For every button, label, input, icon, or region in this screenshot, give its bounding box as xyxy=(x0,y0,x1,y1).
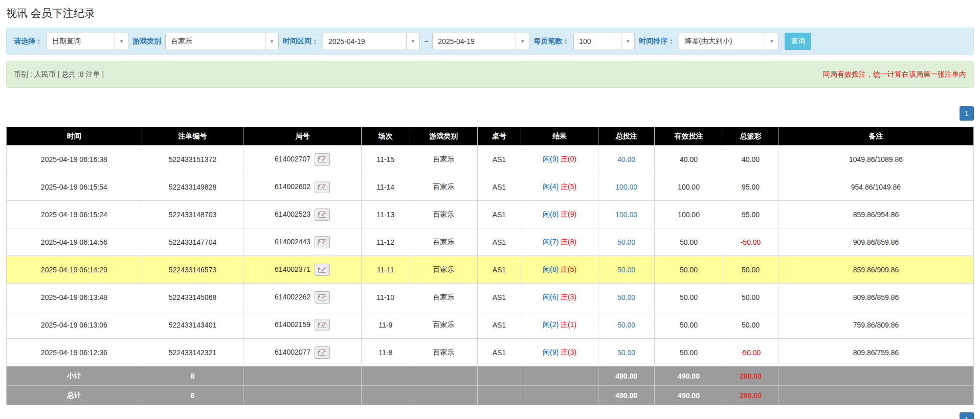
session-cell: 11-13 xyxy=(361,201,410,228)
session-cell: 11-15 xyxy=(361,146,410,173)
payout-cell: 50.00 xyxy=(723,311,778,339)
total-bet-link[interactable]: 100.00 xyxy=(615,211,637,219)
roadmap-button[interactable] xyxy=(315,291,330,304)
total-bet-link[interactable]: 50.00 xyxy=(617,266,635,274)
session-cell: 11-14 xyxy=(361,173,410,201)
pagination-bottom: 1 xyxy=(6,412,974,419)
roadmap-button[interactable] xyxy=(315,153,330,166)
total-bet-link[interactable]: 50.00 xyxy=(617,348,635,357)
player-result: 闲(4) xyxy=(543,182,559,191)
total-bet-cell: 50.00 xyxy=(598,339,655,366)
query-type-select[interactable]: 日期查询 ▼ xyxy=(47,33,128,50)
roadmap-button[interactable] xyxy=(315,181,330,193)
total-bet-cell: 50.00 xyxy=(598,311,655,339)
summary-value-cell xyxy=(361,386,410,405)
roadmap-icon xyxy=(318,322,326,328)
page-size-select[interactable]: 100 ▼ xyxy=(573,33,635,50)
summary-value-cell xyxy=(778,366,973,386)
roadmap-button[interactable] xyxy=(315,236,330,248)
caret-down-icon: ▼ xyxy=(115,33,128,50)
caret-down-icon: ▼ xyxy=(406,33,419,50)
round-number: 614002602 xyxy=(275,182,310,190)
column-header: 场次 xyxy=(361,127,410,146)
page-size-value: 100 xyxy=(579,37,591,45)
roadmap-icon xyxy=(318,294,326,300)
query-type-value: 日期查询 xyxy=(52,37,81,46)
time-cell: 2025-04-19 06:15:24 xyxy=(7,201,142,228)
page-1-button[interactable]: 1 xyxy=(960,412,974,419)
banker-result: 庄(1) xyxy=(561,320,576,329)
records-table: 时间注单编号局号场次游戏类别桌号结果总投注有效投注总派彩备注 2025-04-1… xyxy=(6,127,974,405)
result-cell: 闲(6) 庄(3) xyxy=(521,284,598,311)
roadmap-icon xyxy=(318,212,326,218)
game-category-select[interactable]: 百家乐 ▼ xyxy=(165,33,279,50)
summary-bar: 币别 : 人民币 | 总共 :8 注单 | 同局有效投注，统一计算在该局第一张注… xyxy=(6,61,974,88)
roadmap-button[interactable] xyxy=(315,319,330,331)
table-row: 2025-04-19 06:15:54522433149828614002602… xyxy=(7,173,974,201)
roadmap-button[interactable] xyxy=(315,208,330,221)
summary-value-cell xyxy=(477,386,521,405)
round-cell: 614002262 xyxy=(243,284,362,311)
session-cell: 11-12 xyxy=(361,228,410,256)
time-cell: 2025-04-19 06:14:56 xyxy=(7,228,142,256)
banker-result: 庄(3) xyxy=(561,293,576,301)
total-bet-link[interactable]: 40.00 xyxy=(617,155,635,164)
summary-value-cell xyxy=(521,366,598,386)
payout-cell: 50.00 xyxy=(723,284,778,311)
payout-cell: 40.00 xyxy=(723,146,778,173)
session-cell: 11-8 xyxy=(361,339,410,366)
sort-order-label: 时间排序： xyxy=(639,37,675,46)
time-cell: 2025-04-19 06:14:29 xyxy=(7,256,142,284)
summary-value-cell xyxy=(410,386,477,405)
summary-value-cell xyxy=(243,386,362,405)
round-cell: 614002443 xyxy=(243,228,362,256)
result-cell: 闲(4) 庄(5) xyxy=(521,173,598,201)
total-bet-cell: 100.00 xyxy=(598,201,655,228)
session-cell: 11-10 xyxy=(361,284,410,311)
roadmap-button[interactable] xyxy=(315,264,330,276)
round-cell: 614002371 xyxy=(243,256,362,284)
currency-summary-text: 币别 : 人民币 | 总共 :8 注单 | xyxy=(14,70,104,79)
total-bet-link[interactable]: 100.00 xyxy=(615,183,637,191)
roadmap-icon xyxy=(318,156,326,162)
time-range-label: 时间区间： xyxy=(283,37,319,46)
table-number-cell: AS1 xyxy=(477,146,521,173)
remark-cell: 759.86/809.86 xyxy=(778,311,973,339)
caret-down-icon: ▼ xyxy=(765,33,778,50)
player-result: 闲(6) xyxy=(543,293,559,301)
game-category-cell: 百家乐 xyxy=(410,256,477,284)
page-1-button[interactable]: 1 xyxy=(960,106,974,121)
total-bet-cell: 50.00 xyxy=(598,284,655,311)
payout-cell: -50.00 xyxy=(723,228,778,256)
player-result: 闲(8) xyxy=(543,265,559,273)
table-number-cell: AS1 xyxy=(477,201,521,228)
roadmap-button[interactable] xyxy=(315,346,330,359)
column-header: 时间 xyxy=(7,127,142,146)
valid-bet-cell: 50.00 xyxy=(654,228,723,256)
search-button[interactable]: 查询 xyxy=(785,33,811,50)
valid-bet-cell: 100.00 xyxy=(654,173,723,201)
result-cell: 闲(9) 庄(3) xyxy=(521,339,598,366)
sort-order-select[interactable]: 降幂(由大到小) ▼ xyxy=(679,33,778,50)
player-result: 闲(7) xyxy=(543,238,559,246)
total-bet-link[interactable]: 50.00 xyxy=(617,321,635,329)
total-bet-link[interactable]: 50.00 xyxy=(617,238,635,246)
table-number-cell: AS1 xyxy=(477,284,521,311)
caret-down-icon: ▼ xyxy=(265,33,278,50)
date-from-select[interactable]: 2025-04-19 ▼ xyxy=(323,33,420,50)
page-size-label: 每页笔数： xyxy=(533,37,569,46)
roadmap-icon xyxy=(318,184,326,190)
summary-value-cell: 280.00 xyxy=(723,366,778,386)
game-category-cell: 百家乐 xyxy=(410,146,477,173)
game-category-cell: 百家乐 xyxy=(410,201,477,228)
total-bet-link[interactable]: 50.00 xyxy=(617,293,635,301)
valid-bet-cell: 50.00 xyxy=(654,311,723,339)
column-header: 桌号 xyxy=(477,127,521,146)
page: 视讯 会员下注纪录 请选择： 日期查询 ▼ 游戏类别 百家乐 ▼ 时间区间： 2… xyxy=(0,0,980,419)
banker-result: 庄(5) xyxy=(561,182,576,191)
date-to-select[interactable]: 2025-04-19 ▼ xyxy=(432,33,529,50)
round-cell: 614002077 xyxy=(243,339,362,366)
valid-bet-cell: 100.00 xyxy=(654,201,723,228)
summary-label-cell: 小计 xyxy=(7,366,142,386)
total-bet-cell: 40.00 xyxy=(598,146,655,173)
